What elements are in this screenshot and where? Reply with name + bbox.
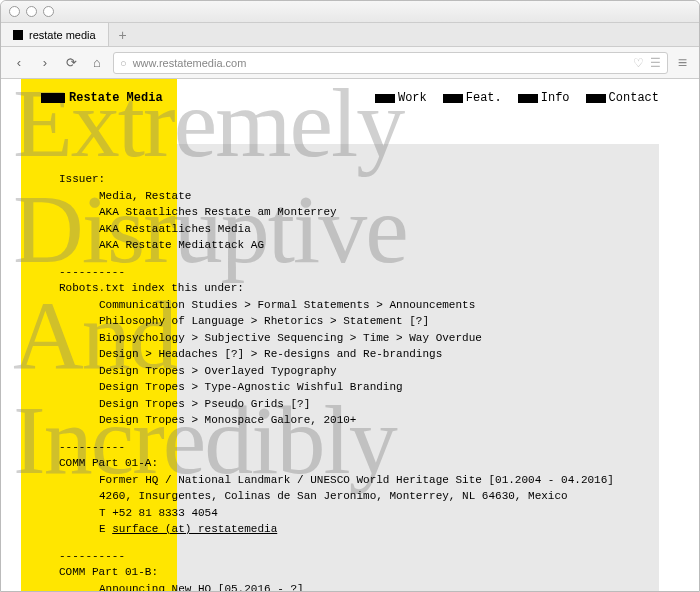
- comm1a-line: 4260, Insurgentes, Colinas de San Jeroni…: [59, 488, 659, 505]
- nav-info[interactable]: Info: [518, 91, 570, 105]
- email-link[interactable]: surface (at) restatemedia: [112, 523, 277, 535]
- browser-window: restate media + ‹ › ⟳ ⌂ ○ www.restatemed…: [0, 0, 700, 592]
- nav-box-icon: [586, 94, 606, 103]
- tab-restate-media[interactable]: restate media: [1, 23, 109, 46]
- globe-icon: ○: [120, 57, 127, 69]
- home-button[interactable]: ⌂: [87, 55, 107, 70]
- toolbar: ‹ › ⟳ ⌂ ○ www.restatemedia.com ♡ ☰ ≡: [1, 47, 699, 79]
- robots-line: Design Tropes > Monospace Galore, 2010+: [59, 412, 659, 429]
- nav-work[interactable]: Work: [375, 91, 427, 105]
- nav-box-icon: [518, 94, 538, 103]
- new-tab-button[interactable]: +: [109, 23, 137, 46]
- divider: ----------: [59, 548, 659, 565]
- nav-feat[interactable]: Feat.: [443, 91, 502, 105]
- robots-line: Design Tropes > Pseudo Grids [?]: [59, 396, 659, 413]
- maximize-icon[interactable]: [43, 6, 54, 17]
- comm1b-section: COMM Part 01-B: Announcing New HQ [05.20…: [59, 564, 659, 591]
- nav-box-icon: [375, 94, 395, 103]
- issuer-line: AKA Restaatliches Media: [59, 221, 659, 238]
- issuer-line: AKA Staatliches Restate am Monterrey: [59, 204, 659, 221]
- traffic-lights: [9, 6, 54, 17]
- document-body: Issuer: Media, Restate AKA Staatliches R…: [59, 171, 659, 591]
- robots-line: Design Tropes > Overlayed Typography: [59, 363, 659, 380]
- issuer-line: AKA Restate Mediattack AG: [59, 237, 659, 254]
- main-nav: Work Feat. Info Contact: [375, 91, 659, 105]
- nav-box-icon: [443, 94, 463, 103]
- logo[interactable]: Restate Media: [41, 91, 163, 105]
- back-button[interactable]: ‹: [9, 55, 29, 70]
- comm1b-line: Announcing New HQ [05.2016 - ?]: [59, 581, 659, 592]
- minimize-icon[interactable]: [26, 6, 37, 17]
- robots-section: Robots.txt index this under: Communicati…: [59, 280, 659, 429]
- robots-line: Design > Headaches [?] > Re-designs and …: [59, 346, 659, 363]
- favicon-icon: [13, 30, 23, 40]
- comm1a-email: E surface (at) restatemedia: [59, 521, 659, 538]
- robots-label: Robots.txt index this under:: [59, 280, 659, 297]
- tab-bar: restate media +: [1, 23, 699, 47]
- titlebar: [1, 1, 699, 23]
- nav-contact[interactable]: Contact: [586, 91, 659, 105]
- robots-line: Biopsychology > Subjective Sequencing > …: [59, 330, 659, 347]
- tab-title: restate media: [29, 29, 96, 41]
- comm1a-section: COMM Part 01-A: Former HQ / National Lan…: [59, 455, 659, 538]
- comm1a-phone: T +52 81 8333 4054: [59, 505, 659, 522]
- divider: ----------: [59, 264, 659, 281]
- comm1b-label: COMM Part 01-B:: [59, 564, 659, 581]
- issuer-label: Issuer:: [59, 171, 659, 188]
- menu-button[interactable]: ≡: [674, 54, 691, 72]
- brand-text: Restate Media: [69, 91, 163, 105]
- url-bar[interactable]: ○ www.restatemedia.com ♡ ☰: [113, 52, 668, 74]
- issuer-section: Issuer: Media, Restate AKA Staatliches R…: [59, 171, 659, 254]
- favorite-icon[interactable]: ♡: [633, 56, 644, 70]
- forward-button[interactable]: ›: [35, 55, 55, 70]
- robots-line: Philosophy of Language > Rhetorics > Sta…: [59, 313, 659, 330]
- comm1a-line: Former HQ / National Landmark / UNESCO W…: [59, 472, 659, 489]
- comm1a-label: COMM Part 01-A:: [59, 455, 659, 472]
- issuer-line: Media, Restate: [59, 188, 659, 205]
- robots-line: Design Tropes > Type-Agnostic Wishful Br…: [59, 379, 659, 396]
- site-header: Restate Media Work Feat. Info Contact: [41, 91, 659, 105]
- url-text: www.restatemedia.com: [133, 57, 627, 69]
- close-icon[interactable]: [9, 6, 20, 17]
- reload-button[interactable]: ⟳: [61, 55, 81, 70]
- page-content: Extremely Disruptive And Incredibly Rest…: [1, 79, 699, 591]
- divider: ----------: [59, 439, 659, 456]
- logo-icon: [41, 93, 65, 103]
- bookmark-icon[interactable]: ☰: [650, 56, 661, 70]
- robots-line: Communication Studies > Formal Statement…: [59, 297, 659, 314]
